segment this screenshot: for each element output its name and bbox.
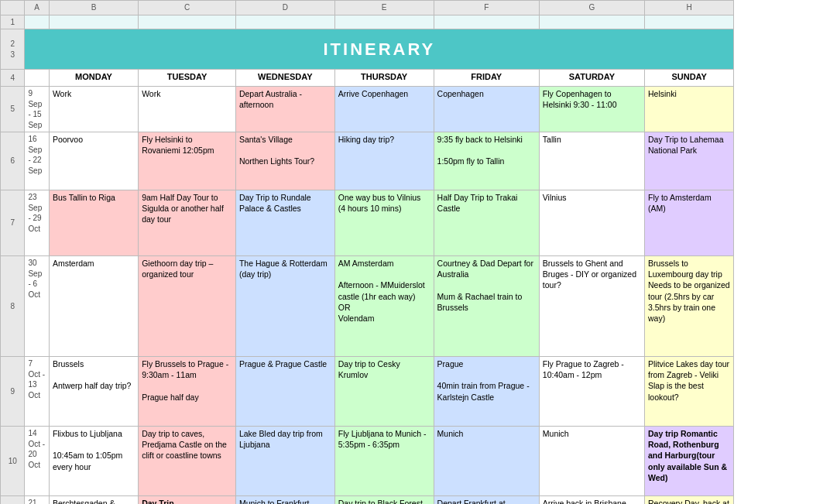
w10-fri: Munich xyxy=(434,427,539,496)
friday-header: FRIDAY xyxy=(434,70,539,87)
w9-sat: Fly Prague to Zagreb - 10:40am - 12pm xyxy=(539,357,644,427)
w5-tue: Work xyxy=(139,87,236,132)
w11-fri: Depart Frankfurt at 12:30pm xyxy=(434,496,539,505)
w8-sun: Brussels to Luxembourg day trip Needs to… xyxy=(645,256,734,357)
week-10-label: 14 Oct - 20 Oct xyxy=(25,427,49,496)
row-9: 9 xyxy=(1,357,25,427)
row-10: 10 xyxy=(1,427,25,496)
g1 xyxy=(539,15,644,29)
col-header-c: C xyxy=(139,1,236,15)
w7-tue: 9am Half Day Tour to Sigulda or another … xyxy=(139,190,236,256)
w6-tue: Fly Helsinki to Rovaniemi 12:05pm xyxy=(139,132,236,190)
w11-sun: Recovery Day, back at work on Monday xyxy=(645,496,734,505)
week-7-label: 23 Sep - 29 Oct xyxy=(25,190,49,256)
col-header-b: B xyxy=(49,1,138,15)
w8-mon: Amsterdam xyxy=(49,256,138,357)
w8-fri: Courtney & Dad Depart for AustraliaMum &… xyxy=(434,256,539,357)
row-1: 1 xyxy=(1,15,25,29)
w11-mon: Berchtesgaden & Eagle's NestORNuremberg xyxy=(49,496,138,505)
w6-fri: 9:35 fly back to Helsinki1:50pm fly to T… xyxy=(434,132,539,190)
w8-thu: AM AmsterdamAfternoon - MMuiderslot cast… xyxy=(334,256,434,357)
w10-tue: Day trip to caves, Predjama Castle on th… xyxy=(139,427,236,496)
saturday-header: SATURDAY xyxy=(539,70,644,87)
w9-sun: Plitvice Lakes day tour from Zagreb - Ve… xyxy=(645,357,734,427)
row-4: 4 xyxy=(1,70,25,87)
thursday-header: THURSDAY xyxy=(334,70,434,87)
w7-sun: Fly to Amsterdam (AM) xyxy=(645,190,734,256)
w5-thu: Arrive Copenhagen xyxy=(334,87,434,132)
w9-fri: Prague40min train from Prague - Karlstej… xyxy=(434,357,539,427)
week-9-label: 7 Oct - 13 Oct xyxy=(25,357,49,427)
row-6: 6 xyxy=(1,132,25,190)
w8-sat: Brussels to Ghent and Bruges - DIY or or… xyxy=(539,256,644,357)
w10-thu: Fly Ljubljana to Munich - 5:35pm - 6:35p… xyxy=(334,427,434,496)
itinerary-title: ITINERARY xyxy=(323,39,435,59)
e1 xyxy=(334,15,434,29)
w10-wed: Lake Bled day trip from Ljubjana xyxy=(235,427,334,496)
sunday-header: SUNDAY xyxy=(645,70,734,87)
w7-mon: Bus Tallin to Riga xyxy=(49,190,138,256)
w9-mon: BrusselsAntwerp half day trip? xyxy=(49,357,138,427)
w11-wed: Munich to Frankfurt – depart at 10am (tr… xyxy=(235,496,334,505)
week-col-header xyxy=(25,70,49,87)
w8-wed: The Hague & Rotterdam (day trip) xyxy=(235,256,334,357)
w5-sat: Fly Copenhagen to Helsinki 9:30 - 11:00 xyxy=(539,87,644,132)
w6-mon: Poorvoo xyxy=(49,132,138,190)
title-cell: ITINERARY xyxy=(25,29,734,70)
col-header-a: A xyxy=(25,1,49,15)
wednesday-header: WEDNESDAY xyxy=(235,70,334,87)
w9-wed: Prague & Prague Castle xyxy=(235,357,334,427)
b1 xyxy=(49,15,138,29)
row-11: 11 xyxy=(1,496,25,505)
w9-tue: Fly Brussels to Prague - 9:30am - 11amPr… xyxy=(139,357,236,427)
corner-cell xyxy=(1,1,25,15)
a1 xyxy=(25,15,49,29)
w5-mon: Work xyxy=(49,87,138,132)
w10-sat: Munich xyxy=(539,427,644,496)
w7-thu: One way bus to Vilnius (4 hours 10 mins) xyxy=(334,190,434,256)
week-11-label: 21 Oct toOct xyxy=(25,496,49,505)
w10-mon: Flixbus to Ljubljana10:45am to 1:05pm ev… xyxy=(49,427,138,496)
h1 xyxy=(645,15,734,29)
row-2: 23 xyxy=(1,29,25,70)
tuesday-header: TUESDAY xyxy=(139,70,236,87)
itinerary-table: A B C D E F G H 1 23 ITINERARY 4 MONDAY … xyxy=(0,0,830,504)
w11-tue: Day Trip Neuschwanstein Castle and Linde… xyxy=(139,496,236,505)
row-8: 8 xyxy=(1,256,25,357)
monday-header: MONDAY xyxy=(49,70,138,87)
week-5-label: 9 Sep - 15 Sep xyxy=(25,87,49,132)
d1 xyxy=(235,15,334,29)
week-8-label: 30 Sep - 6 Oct xyxy=(25,256,49,357)
w10-sun: Day trip Romantic Road, Rothenburg and H… xyxy=(645,427,734,496)
col-header-h: H xyxy=(645,1,734,15)
week-6-label: 16 Sep - 22 Sep xyxy=(25,132,49,190)
f1 xyxy=(434,15,539,29)
col-header-f: F xyxy=(434,1,539,15)
col-header-d: D xyxy=(235,1,334,15)
row-5: 5 xyxy=(1,87,25,132)
w9-thu: Day trip to Cesky Krumlov xyxy=(334,357,434,427)
w6-thu: Hiking day trip? xyxy=(334,132,434,190)
w6-sat: Tallin xyxy=(539,132,644,190)
w5-fri: Copenhagen xyxy=(434,87,539,132)
w5-wed: Depart Australia - afternoon xyxy=(235,87,334,132)
w6-sun: Day Trip to Lahemaa National Park xyxy=(645,132,734,190)
col-header-g: G xyxy=(539,1,644,15)
w11-sat: Arrive back in Brisbane 7:30pm xyxy=(539,496,644,505)
w7-sat: Vilnius xyxy=(539,190,644,256)
w8-tue: Giethoorn day trip – organized tour xyxy=(139,256,236,357)
c1 xyxy=(139,15,236,29)
row-7: 7 xyxy=(1,190,25,256)
w5-sun: Helsinki xyxy=(645,87,734,132)
w7-fri: Half Day Trip to Trakai Castle xyxy=(434,190,539,256)
w7-wed: Day Trip to Rundale Palace & Castles xyxy=(235,190,334,256)
w6-wed: Santa's VillageNorthen Lights Tour? xyxy=(235,132,334,190)
col-header-e: E xyxy=(334,1,434,15)
w11-thu: Day trip to Black Forest or Warzburg xyxy=(334,496,434,505)
